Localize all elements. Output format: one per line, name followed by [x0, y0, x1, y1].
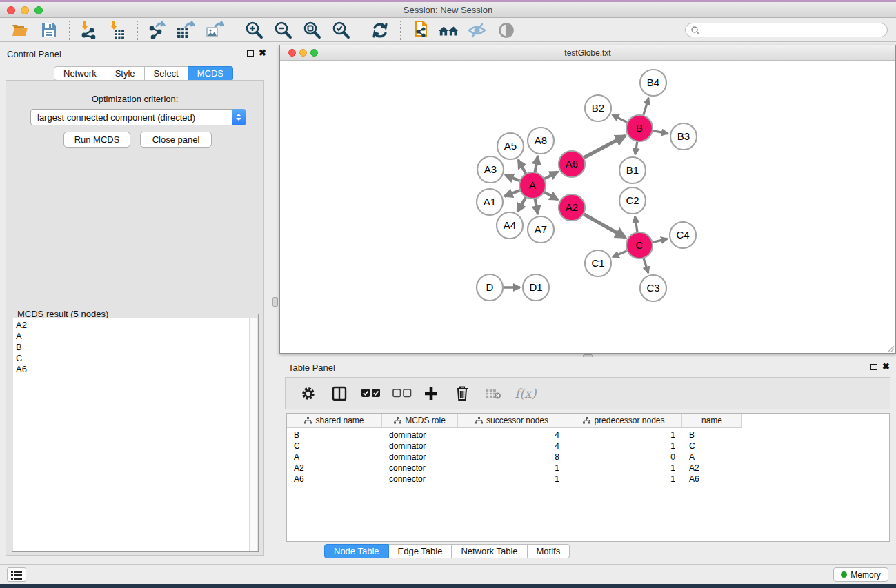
column-header-shared-name[interactable]: shared name	[287, 414, 382, 427]
zoom-out-icon[interactable]	[272, 20, 293, 41]
table-float-icon[interactable]	[870, 364, 877, 370]
table-row[interactable]: Bdominator41B	[287, 429, 889, 440]
column-header-successor-nodes[interactable]: successor nodes	[458, 414, 566, 427]
graph-edge-A6-B[interactable]	[584, 136, 626, 158]
resize-grip-icon[interactable]	[886, 344, 895, 352]
mcds-result-item[interactable]: A	[16, 331, 249, 342]
memory-button[interactable]: Memory	[833, 567, 888, 582]
graph-node-A3[interactable]: A3	[477, 156, 504, 183]
table-row[interactable]: A2connector11A2	[287, 463, 889, 474]
graph-edge-A-A1[interactable]	[504, 190, 519, 196]
column-header-predecessor-nodes[interactable]: predecessor nodes	[566, 414, 682, 427]
select-all-icon[interactable]	[357, 382, 385, 405]
bird-eye-icon[interactable]	[496, 20, 517, 41]
save-session-icon[interactable]	[39, 20, 59, 41]
apply-layout-icon[interactable]	[370, 20, 390, 41]
graph-edge-A-A7[interactable]	[535, 199, 538, 214]
vertical-splitter-handle[interactable]	[272, 297, 278, 307]
graph-node-A4[interactable]: A4	[497, 212, 523, 239]
graph-node-B4[interactable]: B4	[640, 70, 666, 96]
graph-edge-A2-C[interactable]	[584, 214, 626, 238]
graph-edge-B-B4[interactable]	[644, 98, 649, 115]
open-session-icon[interactable]	[10, 20, 30, 41]
graph-edge-A-A3[interactable]	[506, 175, 520, 181]
table-tab-network-table[interactable]: Network Table	[452, 544, 527, 558]
result-scrollbar[interactable]	[249, 318, 257, 551]
graph-node-A2[interactable]: A2	[559, 194, 585, 221]
table-close-icon[interactable]: ✖	[882, 363, 890, 370]
export-network-icon[interactable]	[146, 20, 167, 41]
graph-node-C3[interactable]: C3	[640, 275, 666, 301]
zoom-in-icon[interactable]	[243, 20, 264, 41]
graph-node-A8[interactable]: A8	[528, 128, 554, 154]
network-canvas[interactable]: B4B2BB3A5A8A6A3B1AA1C2A2A4A7C4CC1DD1C3	[280, 61, 895, 353]
float-panel-icon[interactable]	[247, 50, 254, 57]
export-table-icon[interactable]	[175, 20, 196, 41]
search-field[interactable]	[685, 23, 888, 37]
close-panel-icon[interactable]: ✖	[259, 50, 266, 57]
export-image-icon[interactable]	[204, 20, 225, 41]
graph-node-C4[interactable]: C4	[670, 222, 696, 248]
table-tab-motifs[interactable]: Motifs	[528, 544, 570, 558]
mcds-result-item[interactable]: A2	[16, 320, 249, 331]
task-history-button[interactable]	[7, 567, 26, 582]
graph-node-A1[interactable]: A1	[477, 189, 503, 215]
graph-edge-A-A6[interactable]	[545, 172, 558, 179]
table-row[interactable]: A6connector11A6	[287, 474, 889, 485]
graph-edge-C-C3[interactable]	[644, 258, 648, 273]
graph-node-D1[interactable]: D1	[523, 274, 549, 301]
zoom-fit-icon[interactable]	[301, 20, 322, 41]
gear-icon[interactable]	[297, 382, 320, 405]
tab-style[interactable]: Style	[106, 66, 145, 81]
table-tab-edge-table[interactable]: Edge Table	[389, 544, 452, 558]
graph-edge-B-B2[interactable]	[613, 115, 627, 122]
mcds-result-list[interactable]: A2ABCA6	[13, 318, 249, 551]
graph-node-C[interactable]: C	[626, 232, 653, 258]
deselect-all-icon[interactable]	[388, 382, 416, 405]
graph-edge-A-A2[interactable]	[544, 192, 558, 200]
graph-node-B2[interactable]: B2	[585, 95, 611, 121]
import-network-icon[interactable]	[78, 20, 99, 41]
graph-edge-C-C4[interactable]	[653, 239, 667, 242]
node-table[interactable]: shared nameMCDS rolesuccessor nodesprede…	[286, 413, 890, 542]
network-overview-icon[interactable]	[409, 20, 430, 41]
mcds-result-item[interactable]: C	[16, 353, 249, 364]
graph-node-C1[interactable]: C1	[585, 250, 611, 276]
tab-mcds[interactable]: MCDS	[188, 66, 233, 81]
delete-column-icon[interactable]	[450, 382, 474, 405]
table-row[interactable]: Cdominator41C	[287, 440, 889, 452]
table-tab-node-table[interactable]: Node Table	[324, 544, 389, 558]
tab-select[interactable]: Select	[145, 66, 188, 81]
column-header-name[interactable]: name	[682, 414, 742, 427]
graph-node-B[interactable]: B	[626, 115, 653, 141]
close-panel-button[interactable]: Close panel	[140, 132, 212, 148]
graph-edge-A-A4[interactable]	[517, 197, 526, 212]
hide-graphics-details-icon[interactable]	[467, 20, 488, 41]
run-mcds-button[interactable]: Run MCDS	[63, 132, 130, 148]
graph-edge-A-A8[interactable]	[535, 156, 538, 172]
graph-node-B1[interactable]: B1	[619, 157, 646, 183]
import-table-icon[interactable]	[107, 20, 128, 41]
columns-icon[interactable]	[328, 382, 351, 405]
graph-node-D[interactable]: D	[477, 274, 503, 301]
table-row[interactable]: Adominator80A	[287, 452, 889, 463]
graph-node-B3[interactable]: B3	[670, 123, 697, 150]
graph-node-A[interactable]: A	[519, 172, 546, 199]
mcds-result-item[interactable]: B	[16, 342, 249, 353]
graph-node-C2[interactable]: C2	[619, 187, 646, 214]
graph-node-A7[interactable]: A7	[528, 216, 554, 243]
zoom-selected-icon[interactable]	[330, 20, 351, 41]
criterion-select[interactable]: largest connected component (directed)	[30, 109, 246, 125]
search-input[interactable]	[700, 24, 887, 36]
graph-edge-A-A5[interactable]	[518, 160, 526, 174]
tab-network[interactable]: Network	[54, 66, 106, 81]
graph-edge-B-B3[interactable]	[653, 131, 668, 134]
add-column-icon[interactable]	[419, 382, 443, 405]
graph-node-A6[interactable]: A6	[559, 151, 585, 177]
home-icon[interactable]	[438, 20, 459, 41]
mcds-result-item[interactable]: A6	[16, 364, 249, 375]
column-header-MCDS-role[interactable]: MCDS role	[382, 414, 458, 427]
graph-edge-C-C2[interactable]	[635, 216, 637, 232]
graph-edge-C-C1[interactable]	[613, 251, 627, 257]
graph-node-A5[interactable]: A5	[497, 133, 524, 159]
